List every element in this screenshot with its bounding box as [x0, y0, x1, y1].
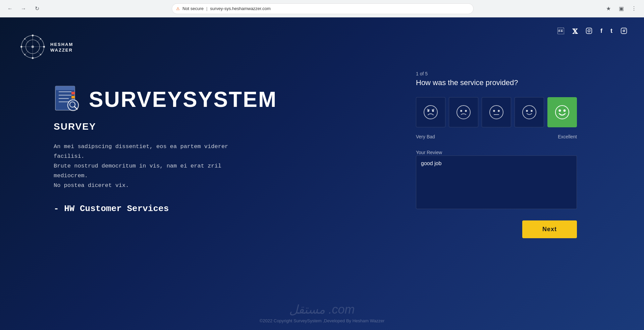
survey-subtitle: SURVEY	[54, 121, 255, 132]
svg-point-45	[465, 110, 467, 112]
svg-rect-32	[55, 86, 75, 90]
social-icons:  𝕏 f t	[557, 27, 627, 36]
logo-area: HESHAM WAZZER	[20, 34, 73, 61]
svg-point-50	[523, 106, 536, 119]
svg-rect-33	[71, 92, 75, 94]
svg-point-1	[588, 30, 590, 32]
svg-point-5	[625, 29, 626, 30]
svg-point-52	[531, 110, 532, 112]
label-excellent: Excellent	[558, 134, 577, 139]
security-label: Not secure	[182, 6, 204, 11]
survey-title: SURVEYSYSTEM	[89, 87, 277, 112]
svg-point-51	[526, 110, 528, 112]
label-very-bad: Very Bad	[416, 134, 435, 139]
svg-point-47	[493, 110, 495, 112]
svg-point-4	[623, 30, 625, 32]
svg-point-46	[490, 106, 503, 119]
browser-actions: ★ ▣ ⋮	[604, 4, 639, 13]
svg-point-26	[24, 54, 26, 56]
rating-2[interactable]	[449, 97, 478, 127]
footer-copyright: ©2022 Copyright SurveySystem ,Developed …	[260, 318, 385, 323]
review-label: Your Review	[416, 150, 442, 155]
svg-line-20	[37, 51, 41, 55]
next-btn-row: Next	[416, 220, 577, 238]
svg-line-41	[427, 109, 429, 110]
svg-rect-34	[71, 96, 75, 98]
svg-rect-3	[621, 28, 627, 34]
question-text: How was the service provided?	[416, 78, 577, 87]
instagram-icon-cam[interactable]	[621, 27, 627, 36]
svg-point-25	[40, 38, 42, 40]
extensions-icon[interactable]: ▣	[616, 4, 626, 13]
survey-doc-icon	[54, 84, 82, 115]
svg-line-19	[25, 39, 29, 43]
left-content: SURVEYSYSTEM SURVEY An mei sadipscing di…	[54, 84, 255, 214]
review-textarea[interactable]: good job	[416, 155, 577, 209]
svg-point-39	[428, 110, 429, 112]
svg-point-44	[461, 110, 462, 112]
logo-svg	[20, 34, 45, 59]
svg-point-48	[498, 110, 499, 112]
survey-form: 1 of 5 How was the service provided?	[416, 71, 577, 238]
browser-chrome: ← → ↻ ⚠ Not secure | survey-sys.heshamwa…	[0, 0, 644, 17]
svg-line-42	[432, 109, 434, 110]
facebook-icon-f[interactable]: f	[600, 27, 602, 36]
question-counter: 1 of 5	[416, 71, 577, 76]
svg-point-2	[590, 29, 591, 30]
back-button[interactable]: ←	[5, 4, 15, 13]
svg-point-40	[432, 110, 434, 112]
company-name: - HW Customer Services	[54, 204, 255, 214]
footer-watermark: مستقل .com	[260, 303, 385, 317]
svg-line-21	[37, 39, 41, 43]
survey-description: An mei sadipscing dissentiet, eos ea par…	[54, 142, 255, 190]
next-button[interactable]: Next	[522, 220, 577, 238]
svg-point-38	[424, 106, 437, 119]
footer: مستقل .com ©2022 Copyright SurveySystem …	[260, 303, 385, 323]
instagram-icon[interactable]	[586, 27, 592, 36]
page-content:  𝕏 f t	[0, 17, 644, 330]
svg-point-23	[24, 38, 26, 40]
bookmark-icon[interactable]: ★	[604, 4, 613, 13]
twitter-icon-t[interactable]: t	[610, 27, 612, 36]
svg-point-54	[559, 110, 561, 112]
url-text: survey-sys.heshamwazzer.com	[210, 6, 271, 11]
reload-button[interactable]: ↻	[32, 4, 42, 13]
address-bar[interactable]: ⚠ Not secure | survey-sys.heshamwazzer.c…	[172, 3, 474, 14]
svg-point-43	[457, 106, 470, 119]
svg-line-22	[25, 51, 29, 55]
logo-text: HESHAM WAZZER	[50, 42, 73, 53]
rating-1[interactable]	[416, 97, 445, 127]
twitter-icon[interactable]: 𝕏	[572, 27, 578, 36]
svg-point-18	[32, 46, 34, 48]
svg-point-55	[564, 110, 566, 112]
survey-title-area: SURVEYSYSTEM	[54, 84, 255, 115]
rating-labels: Very Bad Excellent	[416, 134, 577, 139]
security-icon: ⚠	[176, 6, 180, 11]
rating-5[interactable]	[547, 97, 577, 127]
forward-button[interactable]: →	[19, 4, 28, 13]
svg-rect-0	[586, 28, 592, 34]
rating-4[interactable]	[515, 97, 544, 127]
rating-row	[416, 97, 577, 127]
facebook-icon[interactable]: 	[557, 27, 564, 36]
svg-point-24	[40, 54, 42, 56]
menu-icon[interactable]: ⋮	[629, 4, 639, 13]
rating-3[interactable]	[482, 97, 511, 127]
svg-point-53	[555, 106, 569, 119]
